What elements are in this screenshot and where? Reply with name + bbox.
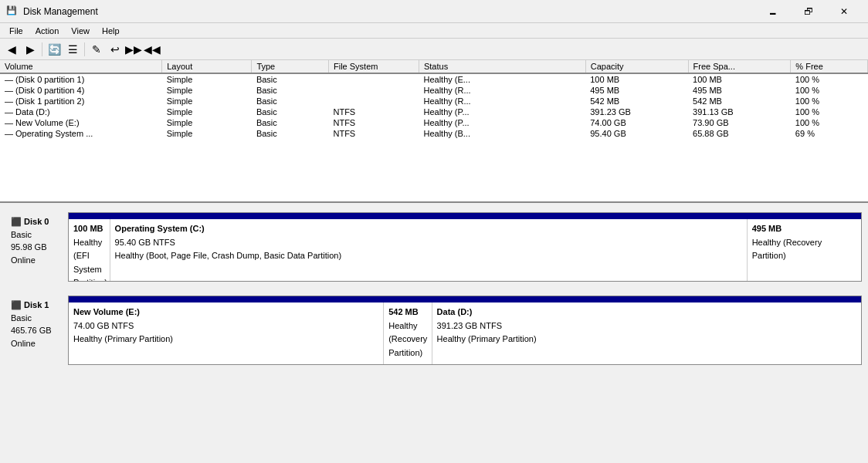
toolbar-cancel[interactable]: ◀◀: [144, 41, 161, 58]
disk-type: Basic: [11, 228, 63, 242]
toolbar-sep2: [84, 42, 85, 56]
partition-name: Operating System (C:): [115, 222, 742, 236]
toolbar-undo[interactable]: ↩: [107, 41, 124, 58]
cell-free: 73.90 GB: [688, 117, 791, 128]
disk-name: ⬛ Disk 1: [11, 299, 63, 312]
cell-fs: [328, 73, 419, 85]
menu-file[interactable]: File: [3, 25, 29, 37]
partition-1-0[interactable]: New Volume (E:) 74.00 GB NTFS Healthy (P…: [69, 302, 384, 364]
partition-name: 495 MB: [752, 222, 856, 236]
cell-layout: Simple: [162, 73, 252, 85]
cell-volume: — (Disk 0 partition 4): [0, 85, 162, 96]
disk-partitions-wrapper-0: 100 MB Healthy (EFI System Partition) Op…: [68, 212, 862, 282]
table-row[interactable]: — Operating System ... Simple Basic NTFS…: [0, 128, 868, 139]
menu-action[interactable]: Action: [29, 25, 66, 37]
disk-partitions-1: New Volume (E:) 74.00 GB NTFS Healthy (P…: [69, 302, 861, 364]
cell-pctfree: 69 %: [791, 128, 868, 139]
table-row[interactable]: — New Volume (E:) Simple Basic NTFS Heal…: [0, 117, 868, 128]
cell-free: 391.13 GB: [688, 106, 791, 117]
cell-capacity: 542 MB: [585, 96, 688, 106]
cell-status: Healthy (P...: [419, 117, 585, 128]
cell-capacity: 391.23 GB: [585, 106, 688, 117]
close-button[interactable]: ✕: [826, 0, 862, 23]
th-layout[interactable]: Layout: [162, 60, 252, 73]
toolbar-forward[interactable]: ▶: [22, 41, 39, 58]
cell-pctfree: 100 %: [791, 117, 868, 128]
th-volume[interactable]: Volume: [0, 60, 162, 73]
partition-0-1[interactable]: Operating System (C:) 95.40 GB NTFS Heal…: [110, 219, 748, 281]
cell-type: Basic: [252, 73, 329, 85]
partition-name: Data (D:): [437, 306, 856, 319]
volume-table-container: Volume Layout Type File System Status Ca…: [0, 60, 868, 203]
app-icon: 💾: [6, 5, 19, 18]
disk-label-0: ⬛ Disk 0 Basic 95.98 GB Online: [6, 212, 68, 282]
th-pctfree[interactable]: % Free: [791, 60, 868, 73]
disk-label-1: ⬛ Disk 1 Basic 465.76 GB Online: [6, 296, 68, 365]
partition-detail1: Healthy (EFI System Partition): [73, 236, 105, 281]
cell-type: Basic: [252, 85, 329, 96]
cell-volume: — (Disk 1 partition 2): [0, 96, 162, 106]
title-bar: 💾 Disk Management 🗕 🗗 ✕: [0, 0, 868, 23]
menu-help[interactable]: Help: [96, 25, 126, 37]
partition-1-1[interactable]: 542 MB Healthy (Recovery Partition): [384, 302, 432, 364]
main-content: Volume Layout Type File System Status Ca…: [0, 60, 868, 463]
cell-type: Basic: [252, 117, 329, 128]
table-row[interactable]: — Data (D:) Simple Basic NTFS Healthy (P…: [0, 106, 868, 117]
th-capacity[interactable]: Capacity: [585, 60, 688, 73]
disk-name: ⬛ Disk 0: [11, 215, 63, 228]
partition-name: New Volume (E:): [73, 306, 378, 319]
th-free[interactable]: Free Spa...: [688, 60, 791, 73]
menu-view[interactable]: View: [65, 25, 96, 37]
cell-pctfree: 100 %: [791, 73, 868, 85]
partition-detail2: Healthy (Primary Partition): [437, 333, 856, 346]
cell-fs: NTFS: [328, 117, 419, 128]
cell-free: 65.88 GB: [688, 128, 791, 139]
th-status[interactable]: Status: [419, 60, 585, 73]
partition-0-0[interactable]: 100 MB Healthy (EFI System Partition): [69, 219, 110, 281]
partition-name: 542 MB: [388, 306, 426, 319]
table-row[interactable]: — (Disk 1 partition 2) Simple Basic Heal…: [0, 96, 868, 106]
table-row[interactable]: — (Disk 0 partition 1) Simple Basic Heal…: [0, 73, 868, 85]
cell-capacity: 495 MB: [585, 85, 688, 96]
disk-visual-area: ⬛ Disk 0 Basic 95.98 GB Online 100 MB He…: [0, 203, 868, 463]
cell-layout: Simple: [162, 96, 252, 106]
toolbar-list[interactable]: ☰: [64, 41, 81, 58]
partition-detail1: Healthy (Recovery Partition): [752, 236, 856, 263]
toolbar-edit[interactable]: ✎: [88, 41, 105, 58]
window-controls: 🗕 🗗 ✕: [755, 0, 862, 23]
partition-detail2: Healthy (Primary Partition): [73, 333, 378, 346]
toolbar-refresh[interactable]: 🔄: [46, 41, 63, 58]
disk-row-0: ⬛ Disk 0 Basic 95.98 GB Online 100 MB He…: [6, 212, 862, 282]
disk-type: Basic: [11, 312, 63, 325]
disk-status: Online: [11, 254, 63, 267]
cell-type: Basic: [252, 96, 329, 106]
toolbar-apply[interactable]: ▶▶: [125, 41, 142, 58]
partition-detail2: Healthy (Boot, Page File, Crash Dump, Ba…: [115, 249, 742, 263]
cell-capacity: 95.40 GB: [585, 128, 688, 139]
cell-free: 542 MB: [688, 96, 791, 106]
partition-detail1: 391.23 GB NTFS: [437, 319, 856, 333]
table-row[interactable]: — (Disk 0 partition 4) Simple Basic Heal…: [0, 85, 868, 96]
cell-volume: — (Disk 0 partition 1): [0, 73, 162, 85]
cell-status: Healthy (B...: [419, 128, 585, 139]
cell-volume: — New Volume (E:): [0, 117, 162, 128]
menu-bar: File Action View Help: [0, 23, 868, 39]
partition-detail1: 74.00 GB NTFS: [73, 319, 378, 333]
th-fs[interactable]: File System: [328, 60, 419, 73]
cell-pctfree: 100 %: [791, 106, 868, 117]
cell-status: Healthy (P...: [419, 106, 585, 117]
restore-button[interactable]: 🗗: [791, 0, 826, 23]
partition-0-2[interactable]: 495 MB Healthy (Recovery Partition): [748, 219, 861, 281]
table-header-row: Volume Layout Type File System Status Ca…: [0, 60, 868, 73]
cell-capacity: 74.00 GB: [585, 117, 688, 128]
cell-type: Basic: [252, 106, 329, 117]
cell-volume: — Operating System ...: [0, 128, 162, 139]
partition-1-2[interactable]: Data (D:) 391.23 GB NTFS Healthy (Primar…: [432, 302, 861, 364]
toolbar-back[interactable]: ◀: [3, 41, 20, 58]
cell-capacity: 100 MB: [585, 73, 688, 85]
minimize-button[interactable]: 🗕: [755, 0, 791, 23]
cell-pctfree: 100 %: [791, 85, 868, 96]
cell-fs: [328, 96, 419, 106]
cell-status: Healthy (R...: [419, 96, 585, 106]
th-type[interactable]: Type: [252, 60, 329, 73]
